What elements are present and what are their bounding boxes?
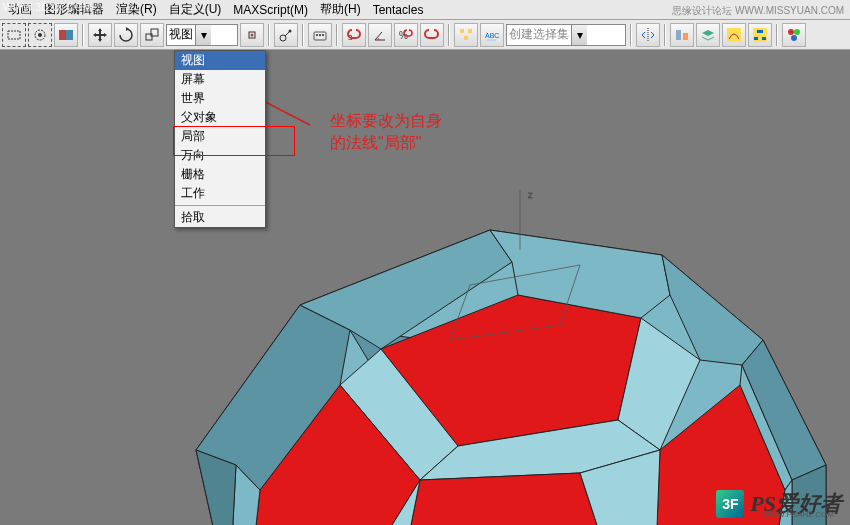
move-icon[interactable] bbox=[88, 23, 112, 47]
percent-snap-icon[interactable]: % bbox=[394, 23, 418, 47]
svg-rect-23 bbox=[727, 28, 741, 42]
menu-tentacles[interactable]: Tentacles bbox=[367, 1, 430, 19]
svg-point-30 bbox=[791, 35, 797, 41]
svg-rect-19 bbox=[464, 36, 468, 40]
annotation-line1: 坐标要改为自身 bbox=[330, 110, 442, 132]
svg-rect-25 bbox=[757, 30, 763, 33]
svg-rect-22 bbox=[683, 33, 688, 40]
svg-rect-4 bbox=[66, 30, 73, 40]
menu-graph-editor[interactable]: 图形编辑器 bbox=[38, 0, 110, 20]
svg-point-2 bbox=[38, 33, 42, 37]
svg-rect-12 bbox=[316, 34, 318, 36]
svg-rect-14 bbox=[322, 34, 324, 36]
watermark-bottom-right: 3F PS爱好者 WWW.PSAHZ.COM bbox=[716, 489, 842, 519]
svg-point-8 bbox=[251, 33, 254, 36]
dropdown-item-local[interactable]: 局部 bbox=[175, 127, 265, 146]
annotation-text: 坐标要改为自身 的法线"局部" bbox=[330, 110, 442, 155]
keyboard-shortcut-icon[interactable] bbox=[308, 23, 332, 47]
menu-customize[interactable]: 自定义(U) bbox=[163, 0, 228, 20]
edit-named-sel-icon[interactable] bbox=[454, 23, 478, 47]
angle-snap-icon[interactable] bbox=[368, 23, 392, 47]
layer-manager-icon[interactable] bbox=[696, 23, 720, 47]
spinner-snap-icon[interactable] bbox=[420, 23, 444, 47]
dropdown-item-view[interactable]: 视图 bbox=[175, 51, 265, 70]
snap-toggle-icon[interactable]: 3 bbox=[342, 23, 366, 47]
svg-rect-21 bbox=[676, 30, 681, 40]
mirror-icon[interactable] bbox=[636, 23, 660, 47]
separator bbox=[448, 24, 450, 46]
named-selection-input[interactable]: 创建选择集 ▾ bbox=[506, 24, 626, 46]
svg-point-29 bbox=[794, 29, 800, 35]
svg-rect-13 bbox=[319, 34, 321, 36]
svg-rect-26 bbox=[754, 37, 758, 40]
reference-coord-dropdown[interactable]: 视图 ▾ bbox=[166, 24, 238, 46]
named-sel-placeholder: 创建选择集 bbox=[509, 26, 569, 43]
select-rect-icon[interactable] bbox=[2, 23, 26, 47]
rotate-icon[interactable] bbox=[114, 23, 138, 47]
dropdown-item-pick[interactable]: 拾取 bbox=[175, 208, 265, 227]
menu-animation[interactable]: 动画 bbox=[2, 0, 38, 20]
svg-text:ABC: ABC bbox=[485, 32, 499, 39]
dropdown-separator bbox=[175, 205, 265, 206]
menu-render[interactable]: 渲染(R) bbox=[110, 0, 163, 20]
dropdown-item-world[interactable]: 世界 bbox=[175, 89, 265, 108]
menu-maxscript[interactable]: MAXScript(M) bbox=[227, 1, 314, 19]
svg-point-28 bbox=[788, 29, 794, 35]
dropdown-item-gimbal[interactable]: 万向 bbox=[175, 146, 265, 165]
svg-point-10 bbox=[289, 29, 292, 32]
curve-editor-icon[interactable] bbox=[722, 23, 746, 47]
align-icon[interactable] bbox=[670, 23, 694, 47]
svg-text:z: z bbox=[528, 190, 533, 200]
abc-icon[interactable]: ABC bbox=[480, 23, 504, 47]
separator bbox=[268, 24, 270, 46]
geometry-3d: z bbox=[130, 190, 850, 525]
schematic-view-icon[interactable] bbox=[748, 23, 772, 47]
main-toolbar: 视图 ▾ 3 % ABC 创建选择集 ▾ bbox=[0, 20, 850, 50]
window-crossing-icon[interactable] bbox=[54, 23, 78, 47]
svg-rect-18 bbox=[468, 29, 472, 33]
chevron-down-icon: ▾ bbox=[571, 25, 587, 45]
dropdown-item-local-label: 局部 bbox=[181, 129, 205, 143]
separator bbox=[664, 24, 666, 46]
svg-rect-3 bbox=[59, 30, 66, 40]
chevron-down-icon: ▾ bbox=[195, 25, 211, 45]
separator bbox=[302, 24, 304, 46]
separator bbox=[336, 24, 338, 46]
ref-coord-value: 视图 bbox=[169, 26, 193, 43]
svg-rect-27 bbox=[762, 37, 766, 40]
watermark-top-right: 思缘设计论坛 WWW.MISSYUAN.COM bbox=[672, 4, 844, 18]
annotation-line2: 的法线"局部" bbox=[330, 132, 442, 154]
dropdown-item-screen[interactable]: 屏幕 bbox=[175, 70, 265, 89]
menu-help[interactable]: 帮助(H) bbox=[314, 0, 367, 20]
watermark-url: WWW.PSAHZ.COM bbox=[762, 510, 834, 519]
scale-icon[interactable] bbox=[140, 23, 164, 47]
svg-rect-17 bbox=[460, 29, 464, 33]
pivot-center-icon[interactable] bbox=[240, 23, 264, 47]
watermark-badge: 3F bbox=[716, 490, 744, 518]
dropdown-item-working[interactable]: 工作 bbox=[175, 184, 265, 203]
material-editor-icon[interactable] bbox=[782, 23, 806, 47]
separator bbox=[630, 24, 632, 46]
manipulate-icon[interactable] bbox=[274, 23, 298, 47]
svg-rect-0 bbox=[8, 31, 20, 39]
dropdown-item-grid[interactable]: 栅格 bbox=[175, 165, 265, 184]
separator bbox=[776, 24, 778, 46]
separator bbox=[82, 24, 84, 46]
select-circle-icon[interactable] bbox=[28, 23, 52, 47]
dropdown-item-parent[interactable]: 父对象 bbox=[175, 108, 265, 127]
ref-coord-dropdown-list: 视图 屏幕 世界 父对象 局部 万向 栅格 工作 拾取 bbox=[174, 50, 266, 228]
